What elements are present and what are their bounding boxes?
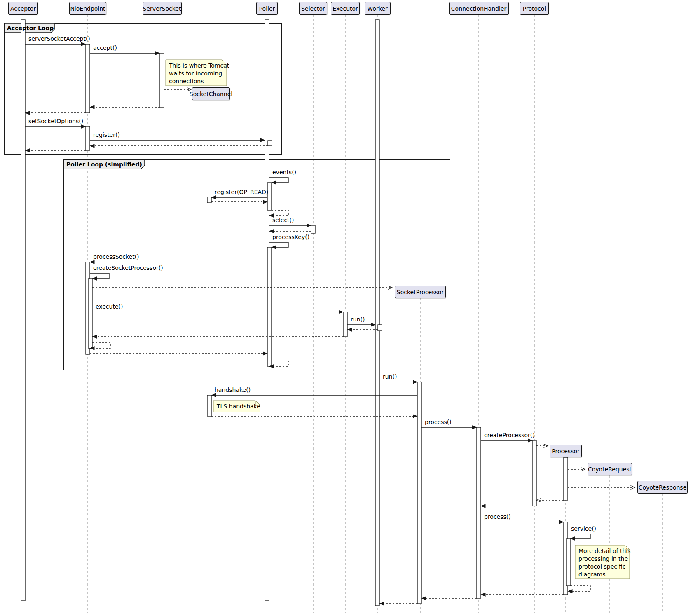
activation-processor (566, 539, 570, 586)
message-label-16: processSocket() (93, 253, 139, 260)
frame-acceptor-loop (5, 23, 282, 154)
sequence-diagram: Acceptor LoopPoller Loop (simplified)ser… (0, 0, 693, 616)
message-label-15: processKey() (272, 234, 309, 241)
activation-nioendpoint (88, 279, 92, 348)
self-message-23 (90, 343, 110, 348)
self-message-9 (269, 178, 288, 183)
created-participant-socketprocessor: SocketProcessor (395, 286, 446, 298)
created-participant-coyoterequest: CoyoteRequest (588, 463, 632, 475)
activation-selector (311, 225, 315, 233)
activation-connectionhandler (477, 427, 481, 598)
note-tomcat-waits-text: This is where Tomcat waits for incoming … (169, 62, 229, 85)
message-label-30: createProcessor() (484, 432, 535, 439)
note-tls-text: TLS handshake (217, 403, 260, 410)
created-participant-processor: Processor (550, 445, 582, 457)
activation-protocol (532, 440, 536, 506)
activation-executor (343, 312, 347, 337)
message-label-6: register() (93, 131, 120, 138)
self-message-25 (269, 361, 288, 366)
participant-selector: Selector (299, 2, 327, 15)
message-label-1: accept() (93, 45, 117, 52)
activation-processor (564, 457, 568, 500)
message-label-26: run() (383, 373, 397, 380)
message-label-20: run() (351, 316, 365, 323)
message-label-29: process() (425, 419, 452, 426)
activation-socketprocessor (417, 382, 421, 604)
participant-connectionhandler: ConnectionHandler (449, 2, 509, 15)
message-label-19: execute() (96, 303, 123, 310)
frame-label-acceptor-loop: Acceptor Loop (5, 24, 57, 32)
message-label-0: serverSocketAccept() (28, 35, 90, 42)
participant-nioendpoint: NioEndpoint (69, 2, 106, 15)
activation-acceptor (21, 20, 25, 601)
activation-poller (268, 141, 272, 146)
activation-poller (267, 183, 272, 210)
activation-poller (267, 247, 272, 366)
activation-socketchannel (207, 197, 211, 203)
activation-nioendpoint (86, 126, 90, 150)
self-message-15 (269, 242, 288, 247)
activation-worker-main (375, 20, 379, 606)
note-more-detail-text: More detail of this processing in the pr… (578, 547, 630, 579)
participant-protocol: Protocol (520, 2, 549, 15)
participant-acceptor: Acceptor (8, 2, 38, 15)
message-label-17: createSocketProcessor() (93, 265, 163, 272)
self-message-37 (568, 534, 590, 539)
self-message-12 (269, 210, 288, 215)
message-label-37: service() (571, 525, 596, 532)
participant-executor: Executor (331, 2, 360, 15)
self-message-38 (568, 586, 590, 591)
self-message-17 (90, 273, 109, 279)
participant-serversocket: ServerSocket (143, 2, 182, 15)
activation-socketchannel (207, 395, 211, 416)
message-label-10: register(OP_READ) (215, 189, 268, 196)
activation-worker (378, 325, 382, 331)
activation-nioendpoint (86, 44, 90, 113)
message-label-13: select() (272, 217, 294, 224)
message-label-9: events() (272, 169, 296, 176)
created-participant-socketchannel: SocketChannel (192, 87, 230, 100)
created-participant-coyoteresponse: CoyoteResponse (637, 481, 688, 494)
frame-label-poller-loop: Poller Loop (simplified) (64, 160, 147, 169)
message-label-5: setSocketOptions() (28, 118, 83, 125)
activation-serversocket (160, 53, 164, 107)
message-label-27: handshake() (215, 386, 251, 393)
participant-poller: Poller (256, 2, 278, 15)
participant-worker: Worker (365, 2, 391, 15)
message-label-36: process() (484, 513, 511, 520)
